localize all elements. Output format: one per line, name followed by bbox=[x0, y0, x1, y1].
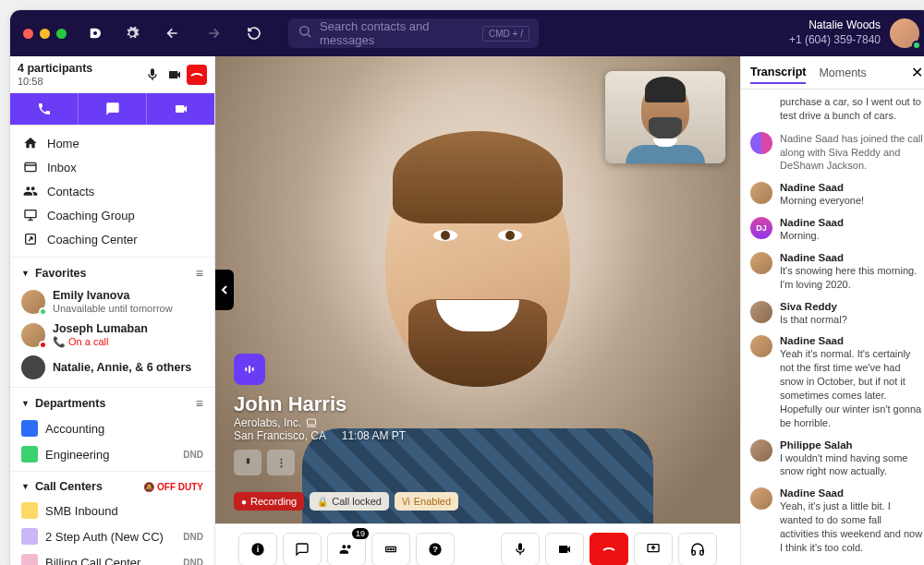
inbox-icon bbox=[23, 160, 38, 174]
participant-more-button[interactable] bbox=[267, 450, 295, 475]
nav-coaching-group[interactable]: Coaching Group bbox=[10, 203, 214, 227]
svg-rect-5 bbox=[245, 367, 247, 371]
minimize-window-icon[interactable] bbox=[40, 29, 50, 39]
favorite-contact[interactable]: Emily IvanovaUnavailable until tomorrow bbox=[10, 285, 214, 319]
nav-home[interactable]: Home bbox=[10, 131, 214, 155]
section-menu-icon[interactable]: ≡ bbox=[196, 396, 203, 411]
lock-icon: 🔒 bbox=[317, 497, 328, 507]
message-avatar bbox=[750, 132, 772, 154]
dialpad-button[interactable] bbox=[371, 533, 410, 566]
svg-point-15 bbox=[388, 548, 389, 549]
settings-icon[interactable] bbox=[116, 18, 148, 49]
department-item[interactable]: EngineeringDND bbox=[10, 441, 214, 467]
favorite-contact[interactable]: Joseph Lumaban📞 On a call bbox=[10, 319, 214, 352]
hangup-button[interactable] bbox=[187, 65, 207, 85]
mute-participant-button[interactable] bbox=[234, 450, 261, 475]
close-panel-icon[interactable]: ✕ bbox=[911, 64, 923, 81]
mic-icon[interactable] bbox=[142, 65, 163, 85]
presence-icon bbox=[39, 307, 47, 316]
participant-count: 4 participants bbox=[18, 62, 140, 76]
callcenter-item[interactable]: 2 Step Auth (New CC)DND bbox=[10, 523, 214, 549]
video-toggle-button[interactable] bbox=[545, 533, 584, 566]
ai-badge-icon[interactable] bbox=[234, 354, 265, 385]
chat-button[interactable] bbox=[283, 533, 322, 566]
callcenter-item[interactable]: Billing Call CenterDND bbox=[10, 549, 214, 565]
presence-indicator-icon bbox=[912, 41, 921, 50]
active-call-strip[interactable]: 4 participants 10:58 bbox=[10, 56, 214, 93]
coaching-group-icon bbox=[23, 208, 38, 222]
home-icon bbox=[23, 136, 38, 150]
reload-icon[interactable] bbox=[238, 18, 270, 49]
transcript-message: Nadine SaadMorning everyone! bbox=[750, 182, 923, 208]
app-window: Search contacts and messages CMD + / Nat… bbox=[9, 9, 924, 565]
tab-moments[interactable]: Moments bbox=[819, 63, 866, 83]
dnd-badge: DND bbox=[183, 450, 203, 460]
transcript-message: Nadine Saad has joined the call along wi… bbox=[750, 132, 923, 174]
message-avatar: DJ bbox=[750, 217, 772, 239]
nav-contacts[interactable]: Contacts bbox=[10, 179, 214, 203]
off-duty-badge: 🔕OFF DUTY bbox=[143, 482, 203, 492]
participants-button[interactable] bbox=[327, 533, 366, 566]
maximize-window-icon[interactable] bbox=[56, 29, 67, 39]
device-icon bbox=[306, 417, 317, 428]
callcenter-item[interactable]: SMB Inbound bbox=[10, 498, 214, 523]
screen-share-button[interactable] bbox=[634, 533, 673, 566]
contact-avatar bbox=[21, 323, 45, 347]
recording-pill[interactable]: ●Recording bbox=[234, 492, 304, 511]
message-avatar bbox=[750, 335, 772, 357]
callcenter-swatch bbox=[21, 528, 38, 545]
search-input[interactable]: Search contacts and messages CMD + / bbox=[288, 18, 539, 48]
call-icon: 📞 bbox=[53, 336, 66, 347]
sidebar: 4 participants 10:58 Home Inbox Contacts… bbox=[10, 56, 215, 565]
end-call-button[interactable] bbox=[590, 533, 628, 566]
transcript-feed[interactable]: purchase a car, so I went out to test dr… bbox=[741, 90, 924, 565]
section-menu-icon[interactable]: ≡ bbox=[196, 266, 203, 281]
message-text: Nadine Saad has joined the call along wi… bbox=[780, 132, 923, 174]
departments-header[interactable]: ▼Departments≡ bbox=[10, 391, 214, 415]
departments-section: ▼Departments≡ Accounting EngineeringDND bbox=[10, 387, 214, 471]
close-window-icon[interactable] bbox=[23, 29, 33, 39]
video-icon[interactable] bbox=[164, 65, 185, 85]
message-button[interactable] bbox=[78, 93, 146, 125]
video-call-button[interactable] bbox=[146, 93, 214, 125]
callcenters-section: ▼Call Centers🔕OFF DUTY SMB Inbound 2 Ste… bbox=[10, 471, 214, 565]
back-icon[interactable] bbox=[157, 18, 188, 49]
bell-off-icon: 🔕 bbox=[143, 482, 154, 492]
nav-coaching-center[interactable]: Coaching Center bbox=[10, 227, 214, 251]
search-icon bbox=[298, 24, 312, 42]
message-author: Nadine Saad bbox=[780, 335, 923, 346]
tab-transcript[interactable]: Transcript bbox=[750, 62, 806, 84]
call-button[interactable] bbox=[10, 93, 78, 125]
favorites-section: ▼Favorites≡ Emily IvanovaUnavailable unt… bbox=[10, 257, 214, 387]
department-item[interactable]: Accounting bbox=[10, 415, 214, 441]
svg-point-0 bbox=[93, 31, 97, 35]
department-icon bbox=[21, 420, 38, 437]
headset-button[interactable] bbox=[678, 533, 717, 566]
message-text: Is that normal? bbox=[780, 313, 923, 327]
titlebar: Search contacts and messages CMD + / Nat… bbox=[10, 10, 924, 56]
mic-toggle-button[interactable] bbox=[501, 533, 540, 566]
pip-video-feed[interactable] bbox=[605, 71, 725, 163]
message-avatar bbox=[750, 252, 772, 274]
presence-icon bbox=[39, 341, 47, 349]
caller-info: John Harris Aerolabs, Inc. San Francisco… bbox=[234, 354, 406, 475]
favorite-group[interactable]: Natalie, Annie, & 6 others bbox=[10, 352, 214, 383]
svg-point-1 bbox=[300, 27, 309, 35]
message-author: Philippe Salah bbox=[780, 439, 923, 451]
vi-enabled-pill[interactable]: ViEnabled bbox=[395, 492, 458, 511]
nav-inbox[interactable]: Inbox bbox=[10, 155, 214, 179]
message-avatar bbox=[750, 182, 772, 204]
transcript-message: Nadine SaadYeah it's normal. It's certai… bbox=[750, 335, 923, 429]
call-locked-pill[interactable]: 🔒Call locked bbox=[310, 492, 389, 511]
coaching-center-icon bbox=[23, 232, 38, 246]
callcenters-header[interactable]: ▼Call Centers🔕OFF DUTY bbox=[10, 475, 214, 498]
current-user[interactable]: Natalie Woods +1 (604) 359-7840 bbox=[789, 18, 919, 48]
info-button[interactable]: i bbox=[238, 533, 277, 566]
transcript-panel: Transcript Moments ✕ purchase a car, so … bbox=[740, 56, 924, 565]
favorites-header[interactable]: ▼Favorites≡ bbox=[10, 261, 214, 285]
svg-point-10 bbox=[280, 462, 282, 463]
message-avatar bbox=[750, 301, 772, 323]
help-button[interactable]: ? bbox=[416, 533, 455, 566]
call-controls: i ? bbox=[215, 523, 740, 565]
collapse-sidebar-button[interactable] bbox=[215, 270, 234, 310]
